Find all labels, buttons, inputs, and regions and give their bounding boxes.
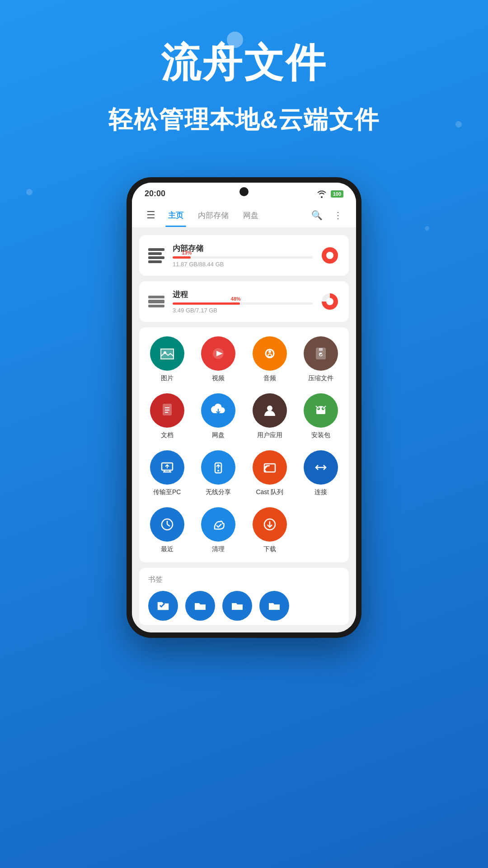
internal-storage-percent: 13% [182, 250, 192, 255]
archive-icon [304, 336, 338, 371]
photos-label: 图片 [161, 374, 174, 382]
photos-icon [150, 336, 184, 371]
app-item-download[interactable]: 下载 [246, 507, 293, 553]
svg-line-37 [167, 524, 170, 526]
phone-frame: 20:00 100 ☰ 主页 内部 [127, 177, 361, 638]
cast-icon [253, 450, 287, 485]
bookmark-item-2[interactable] [222, 591, 252, 621]
top-nav: ☰ 主页 内部存储 网盘 🔍 ⋮ [132, 203, 356, 228]
app-item-docs[interactable]: 文档 [144, 393, 191, 439]
bookmarks-title: 书签 [148, 575, 340, 585]
battery-icon: 100 [331, 190, 343, 198]
hamburger-menu-icon[interactable]: ☰ [141, 203, 161, 227]
docs-icon [150, 393, 184, 428]
bookmark-item-0[interactable] [148, 591, 178, 621]
nav-tabs: 主页 内部存储 网盘 [161, 204, 307, 227]
app-title: 流舟文件 [27, 36, 461, 90]
svg-point-1 [326, 252, 333, 259]
process-icon [148, 293, 165, 310]
recent-icon [150, 507, 184, 542]
connect-icon [304, 450, 338, 485]
user-apps-icon [253, 393, 287, 428]
app-grid: 图片 视频 [144, 336, 344, 553]
phone-screen: 20:00 100 ☰ 主页 内部 [132, 183, 356, 632]
wireless-label: 无线分享 [206, 488, 231, 496]
apk-label: 安装包 [311, 431, 330, 439]
svg-point-9 [268, 350, 271, 353]
svg-point-10 [268, 354, 272, 357]
apk-icon [304, 393, 338, 428]
process-pie [320, 292, 340, 311]
bookmark-item-3[interactable] [259, 591, 289, 621]
transfer-pc-label: 传输至PC [153, 488, 181, 496]
cloud-icon [201, 393, 235, 428]
download-label: 下载 [263, 545, 276, 553]
bookmarks-card: 书签 [139, 568, 349, 625]
video-icon [201, 336, 235, 371]
internal-storage-size: 11.87 GB/88.44 GB [173, 261, 313, 268]
clean-label: 清理 [212, 545, 225, 553]
audio-icon [253, 336, 287, 371]
app-item-audio[interactable]: 音频 [246, 336, 293, 382]
bookmarks-row [148, 591, 340, 621]
video-label: 视频 [212, 374, 225, 382]
app-item-archive[interactable]: 压缩文件 [298, 336, 345, 382]
clean-icon [201, 507, 235, 542]
app-item-connect[interactable]: 连接 [298, 450, 345, 496]
audio-label: 音频 [263, 374, 276, 382]
app-subtitle: 轻松管理本地&云端文件 [27, 104, 461, 137]
app-item-photos[interactable]: 图片 [144, 336, 191, 382]
header-area: 流舟文件 轻松管理本地&云端文件 [0, 0, 488, 150]
bookmark-item-1[interactable] [185, 591, 215, 621]
nav-actions: 🔍 ⋮ [307, 205, 347, 225]
internal-storage-info: 内部存储 13% 11.87 GB/88.44 GB [173, 243, 313, 268]
recent-label: 最近 [161, 545, 174, 553]
svg-point-33 [264, 470, 266, 472]
process-card[interactable]: 进程 48% 3.49 GB/7.17 GB [139, 281, 349, 322]
app-item-cast[interactable]: Cast 队列 [246, 450, 293, 496]
internal-storage-progress: 13% [173, 256, 313, 259]
user-apps-label: 用户应用 [257, 431, 282, 439]
status-bar: 20:00 100 [132, 183, 356, 203]
tab-internal-storage[interactable]: 内部存储 [191, 204, 236, 227]
app-item-cloud[interactable]: 网盘 [195, 393, 242, 439]
status-icons: 100 [316, 190, 343, 198]
content-area: 内部存储 13% 11.87 GB/88.44 GB [132, 228, 356, 632]
camera-hole [239, 187, 249, 196]
app-item-video[interactable]: 视频 [195, 336, 242, 382]
connect-label: 连接 [314, 488, 327, 496]
tab-cloud[interactable]: 网盘 [236, 204, 266, 227]
svg-point-17 [267, 406, 272, 411]
internal-storage-icon [148, 247, 165, 264]
wifi-icon [316, 190, 327, 198]
app-item-clean[interactable]: 清理 [195, 507, 242, 553]
more-options-icon[interactable]: ⋮ [329, 205, 347, 225]
app-item-recent[interactable]: 最近 [144, 507, 191, 553]
app-item-user-apps[interactable]: 用户应用 [246, 393, 293, 439]
app-item-wireless[interactable]: 无线分享 [195, 450, 242, 496]
transfer-pc-icon [150, 450, 184, 485]
process-info: 进程 48% 3.49 GB/7.17 GB [173, 289, 313, 314]
phone-container: 20:00 100 ☰ 主页 内部 [0, 177, 488, 638]
cloud-label: 网盘 [212, 431, 225, 439]
internal-storage-pie [320, 245, 340, 265]
app-item-apk[interactable]: 安装包 [298, 393, 345, 439]
tab-home[interactable]: 主页 [161, 204, 191, 227]
svg-point-3 [326, 298, 333, 305]
search-icon[interactable]: 🔍 [307, 205, 327, 225]
internal-storage-fill: 13% [173, 256, 191, 259]
download-icon [253, 507, 287, 542]
internal-storage-card[interactable]: 内部存储 13% 11.87 GB/88.44 GB [139, 235, 349, 276]
process-percent: 48% [231, 296, 241, 302]
process-progress: 48% [173, 302, 313, 305]
status-time: 20:00 [145, 189, 165, 198]
cast-label: Cast 队列 [256, 488, 283, 496]
app-item-transfer-pc[interactable]: 传输至PC [144, 450, 191, 496]
process-size: 3.49 GB/7.17 GB [173, 307, 313, 314]
docs-label: 文档 [161, 431, 174, 439]
svg-point-30 [217, 470, 219, 472]
internal-storage-name: 内部存储 [173, 243, 313, 254]
process-fill: 48% [173, 302, 240, 305]
archive-label: 压缩文件 [308, 374, 333, 382]
process-name: 进程 [173, 289, 313, 300]
